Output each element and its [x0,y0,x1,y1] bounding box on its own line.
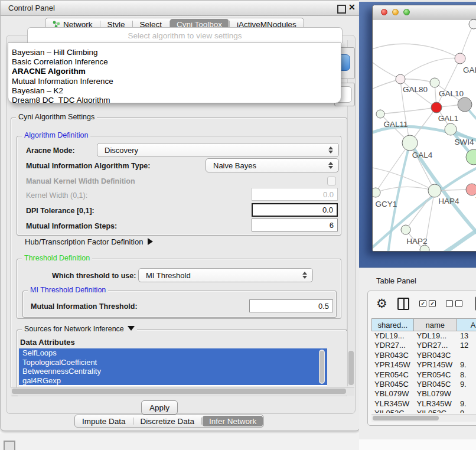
deselect-all-checkboxes-icon[interactable] [446,300,462,307]
column-header-shared[interactable]: shared... [371,318,414,331]
zoom-traffic-light-icon[interactable] [403,9,410,15]
mi-threshold-label: Mutual Information Threshold: [31,302,138,311]
network-edge[interactable] [406,191,435,230]
cyni-algorithm-settings-label: Cyni Algorithm Settings [16,113,97,121]
mi-threshold-field[interactable]: 0.5 [249,299,333,312]
aracne-mode-combobox[interactable]: Discovery [97,143,339,157]
tab-label: Discretize Data [141,417,195,426]
network-node[interactable] [401,225,410,234]
table-hscrollbar-thumb[interactable] [373,416,439,420]
network-node[interactable] [373,188,380,197]
mi-steps-label: Mutual Information Steps: [26,222,117,230]
algorithm-option[interactable]: Bayesian – Hill Climbing [8,48,341,57]
algorithm-combobox[interactable]: Select algorithm to view settings [27,27,343,43]
network-edge[interactable] [436,58,460,107]
network-node[interactable] [455,53,465,64]
node-label: HAP4 [438,197,459,206]
algorithm-option[interactable]: Mutual Information Inference [8,77,341,86]
float-window-icon[interactable] [337,5,346,14]
network-node[interactable] [458,97,472,112]
network-node[interactable] [469,19,476,29]
table-cell [457,389,476,399]
algorithm-option[interactable]: Basic Correlation Inference [8,57,341,67]
tab-impute-data[interactable]: Impute Data [76,416,132,426]
network-edge[interactable] [376,187,435,193]
network-node[interactable] [376,110,384,118]
algorithm-combobox-prompt: Select algorithm to view settings [128,31,242,40]
network-node[interactable] [466,184,476,195]
node-label: GAL11 [383,120,407,129]
network-window-titlebar[interactable] [373,5,476,19]
table-panel-container: ⚙ ✓✓ shared...nameA YDL19...YDL19...13YD… [367,291,476,426]
table-row[interactable]: YIL052CYIL052C9 [371,409,476,413]
close-traffic-light-icon[interactable] [381,9,387,15]
table-cell: YBR045C [371,380,414,389]
mi-algorithm-type-combobox[interactable]: Naive Bayes [206,158,339,172]
tab-discretize-data[interactable]: Discretize Data [134,416,201,426]
select-all-checkboxes-icon[interactable]: ✓✓ [419,300,436,307]
network-canvas[interactable]: GALGAL80GAL10GAL1GAL11SWI4GAL4GCY1HAP4YH… [373,19,476,251]
attributes-scrollbar-thumb[interactable] [319,351,324,383]
which-threshold-combobox[interactable]: MI Threshold [138,268,313,282]
data-attributes-list[interactable]: SelfLoopsTopologicalCoefficientBetweenne… [19,348,327,386]
node-label: GCY1 [376,200,397,208]
algorithm-option[interactable]: Dream8 DC_TDC Algorithm [8,96,341,103]
network-node[interactable] [420,245,429,251]
table-cell: 9. [457,380,476,389]
table-cell: YBR043C [414,351,457,360]
attribute-item[interactable]: gal4RGexp [19,376,327,386]
combo-stepper-icon [328,146,333,154]
table-hscrollbar-track[interactable] [371,414,476,422]
network-edge[interactable] [400,58,460,79]
sources-title: Sources for Network Inference [24,325,124,333]
column-header-a[interactable]: A [457,318,476,331]
attribute-item[interactable]: TopologicalCoefficient [19,358,327,367]
network-edge[interactable] [373,44,460,58]
docked-panel-icon[interactable] [4,441,15,450]
which-threshold-label: Which threshold to use: [52,272,136,280]
table-row[interactable]: YBR043CYBR043C [371,351,476,360]
network-edge[interactable] [373,60,400,79]
column-header-name[interactable]: name [414,318,457,331]
table-row[interactable]: YER054CYER054C8. [371,370,476,380]
algorithm-option[interactable]: ARACNE Algorithm [8,67,341,76]
algorithm-option[interactable]: Bayesian – K2 [8,86,341,96]
control-panel-title: Control Panel [8,4,55,12]
gear-icon[interactable]: ⚙ [376,296,387,311]
tab-infer-network[interactable]: Infer Network [203,416,263,426]
attribute-item[interactable]: BetweennessCentrality [19,367,327,376]
attribute-item[interactable]: SelfLoops [19,348,327,358]
kernel-width-value: 0.0 [323,190,334,199]
combo-stepper-icon [302,272,307,279]
table-row[interactable]: YDR27...YDR27...12 [371,341,476,350]
table-cell: YBR043C [371,351,414,360]
table-row[interactable]: YBR045CYBR045C9. [371,380,476,389]
network-edge[interactable] [380,107,436,114]
column-browser-icon[interactable] [397,298,410,310]
network-node[interactable] [402,135,418,151]
hub-definition-toggle[interactable]: Hub/Transcription Factor Definition [25,237,153,246]
table-row[interactable]: YPR145WYPR145W9. [371,360,476,370]
network-node[interactable] [445,123,457,135]
horizontal-scrollbar-thumb[interactable] [12,389,346,394]
vertical-scrollbar-thumb[interactable] [348,351,354,385]
network-node[interactable] [430,78,439,87]
table-row[interactable]: YBL079WYBL079W [371,389,476,399]
table-cell [457,351,476,360]
network-node[interactable] [396,74,405,84]
network-node[interactable] [431,102,442,113]
mi-steps-field[interactable]: 6 [252,219,338,231]
table-cell: YLR345W [371,399,414,409]
network-node[interactable] [428,184,441,197]
table-row[interactable]: YDL19...YDL19...13 [371,331,476,341]
minimize-traffic-light-icon[interactable] [392,9,399,15]
table-cell: 9. [457,399,476,409]
close-icon[interactable]: ✕ [348,2,356,12]
apply-button[interactable]: Apply [141,400,178,415]
network-edge[interactable] [388,143,410,251]
table-row[interactable]: YLR345WYLR345W9. [371,399,476,409]
sources-label[interactable]: Sources for Network Inference [22,325,137,333]
network-edge[interactable] [400,79,435,83]
dpi-tolerance-field[interactable]: 0.0 [252,203,338,217]
table-cell: YER054C [371,370,414,380]
